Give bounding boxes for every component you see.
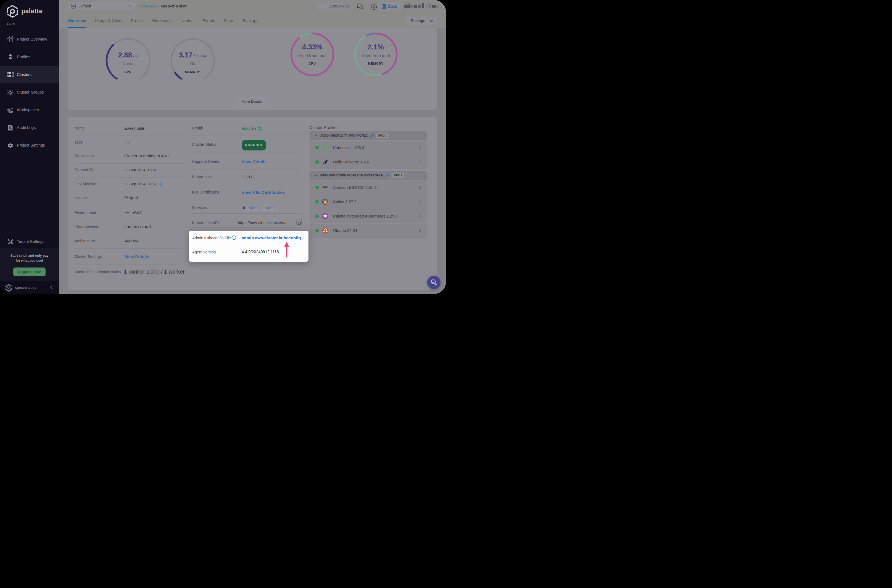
svg-text:aws: aws — [323, 185, 327, 188]
svg-text:aws: aws — [125, 212, 130, 214]
